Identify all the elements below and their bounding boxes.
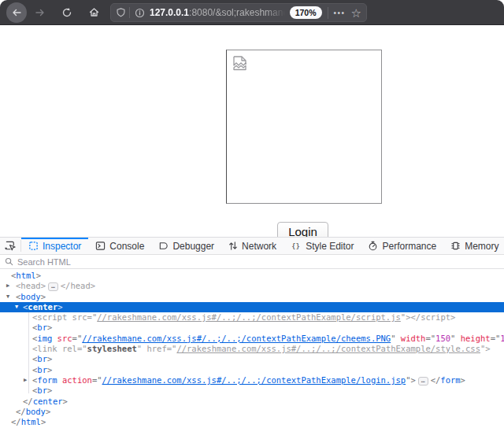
collapsed-content-badge[interactable]: … (418, 377, 428, 386)
urlbar-separator (129, 7, 130, 18)
code-punct: </ (23, 397, 33, 406)
tree-row[interactable]: </html> (0, 417, 504, 427)
code-attr: action (57, 375, 92, 385)
site-info-icon[interactable] (135, 8, 145, 18)
tracking-shield-icon (116, 7, 126, 18)
code-tag: head (70, 281, 90, 290)
code-punct: > (41, 417, 46, 426)
back-arrow-icon (11, 7, 22, 18)
code-punct: =" (87, 312, 98, 322)
zoom-level-badge[interactable]: 170% (290, 6, 322, 19)
code-tag: form (37, 375, 57, 385)
code-punct: > (47, 323, 52, 332)
code-punct: > (47, 354, 52, 363)
code-punct: =" (77, 344, 87, 353)
forward-button[interactable] (30, 2, 50, 23)
code-punct: > (46, 407, 50, 416)
code-tag: img (37, 334, 52, 343)
tree-row[interactable]: <html> (0, 271, 504, 281)
tab-label: Console (109, 241, 144, 252)
code-attr: href (142, 344, 167, 353)
code-tag: script (37, 312, 67, 322)
home-icon (88, 6, 100, 18)
tree-row[interactable]: ▶<form action="//rakeshmane.com/xss.js#/… (0, 375, 504, 386)
code-punct: =" (72, 334, 83, 343)
bookmark-star-icon[interactable]: ☆ (351, 7, 361, 19)
tree-row[interactable]: <br> (0, 323, 504, 333)
code-punct: > (450, 312, 455, 322)
tree-row[interactable]: ▼<center> (0, 302, 504, 312)
code-attr: rel (57, 344, 77, 353)
tab-inspector[interactable]: Inspector (21, 238, 88, 254)
code-punct: > (57, 302, 62, 312)
code-attr: src (67, 312, 87, 322)
code-punct: "> (401, 312, 411, 322)
tree-row[interactable]: </center> (0, 397, 504, 407)
tab-memory[interactable]: Memory (443, 238, 504, 254)
code-tag: form (440, 375, 460, 385)
code-tag: br (37, 365, 47, 374)
code-punct: > (461, 375, 465, 385)
code-punct: =" (167, 344, 177, 353)
url-text[interactable]: 127.0.0.1:8080/&sol;rakeshmane.com/xss.j… (150, 7, 287, 18)
code-attr: src (52, 334, 72, 343)
back-button[interactable] (6, 2, 27, 23)
collapse-arrow-icon[interactable]: ▼ (15, 302, 18, 312)
collapse-arrow-icon[interactable]: ▼ (6, 292, 9, 302)
code-punct: </ (16, 407, 26, 416)
code-attr: height (455, 334, 490, 343)
page-actions-icon[interactable]: ••• (334, 9, 346, 17)
pick-element-button[interactable] (0, 238, 20, 254)
tree-row[interactable]: <br> (0, 354, 504, 364)
code-link[interactable]: //rakeshmane.com/xss.js#/..;/..;/context… (97, 312, 401, 322)
code-punct: > (63, 397, 68, 406)
tab-label: Memory (465, 241, 498, 252)
search-html-input[interactable] (17, 257, 499, 267)
code-punct: > (36, 271, 41, 280)
url-bar[interactable]: 127.0.0.1:8080/&sol;rakeshmane.com/xss.j… (110, 3, 367, 22)
tab-debugger[interactable]: Debugger (151, 238, 221, 254)
tree-row[interactable]: ▼<body> (0, 292, 504, 302)
pick-element-icon (5, 240, 17, 252)
tab-performance[interactable]: Performance (361, 238, 443, 254)
code-tag: br (37, 354, 47, 363)
code-link[interactable]: //rakeshmane.com/xss.js#/..;/..;/context… (176, 344, 480, 353)
code-tag: body (26, 407, 46, 416)
code-tag: center (28, 302, 57, 312)
tree-row[interactable]: <script src="//rakeshmane.com/xss.js#/..… (0, 312, 504, 323)
code-attr: width (396, 334, 426, 343)
broken-image-box (226, 50, 382, 204)
search-row (0, 255, 504, 269)
reload-button[interactable] (57, 2, 77, 23)
expand-arrow-icon[interactable]: ▶ (6, 281, 9, 291)
browser-toolbar: 127.0.0.1:8080/&sol;rakeshmane.com/xss.j… (0, 0, 504, 25)
tab-label: Performance (382, 241, 436, 252)
code-punct: =" (92, 375, 102, 385)
code-value: stylesheet (87, 344, 137, 353)
tab-network[interactable]: Network (221, 238, 284, 254)
collapsed-content-badge[interactable]: … (48, 282, 58, 291)
code-link[interactable]: //rakeshmane.com/xss.js#/..;/..;/context… (102, 375, 406, 385)
code-tag: html (21, 417, 41, 426)
tree-row[interactable]: </body> (0, 407, 504, 417)
browser-window: 127.0.0.1:8080/&sol;rakeshmane.com/xss.j… (0, 0, 504, 439)
code-link[interactable]: //rakeshmane.com/xss.js#/..;/..;/context… (82, 334, 391, 343)
tab-style-editor[interactable]: {}Style Editor (284, 238, 361, 254)
code-punct: > (47, 365, 52, 374)
tab-console[interactable]: Console (88, 238, 151, 254)
code-punct: </ (61, 281, 71, 290)
search-icon (5, 257, 13, 266)
login-button[interactable]: Login (277, 222, 328, 237)
tree-row[interactable]: <link rel="stylesheet" href="//rakeshman… (0, 344, 504, 354)
home-button[interactable] (83, 2, 104, 23)
broken-image-icon (232, 55, 250, 72)
tree-row[interactable]: <img src="//rakeshmane.com/xss.js#/..;/.… (0, 334, 504, 344)
code-punct: > (91, 281, 95, 290)
tree-row[interactable]: <br> (0, 365, 504, 375)
expand-arrow-icon[interactable]: ▶ (24, 375, 27, 386)
tree-row[interactable]: ▶<head>…</head> (0, 281, 504, 291)
code-tag: body (20, 292, 40, 301)
code-tag: br (37, 323, 47, 332)
tree-row[interactable]: <br> (0, 386, 504, 396)
page-viewport: Login (0, 26, 504, 237)
